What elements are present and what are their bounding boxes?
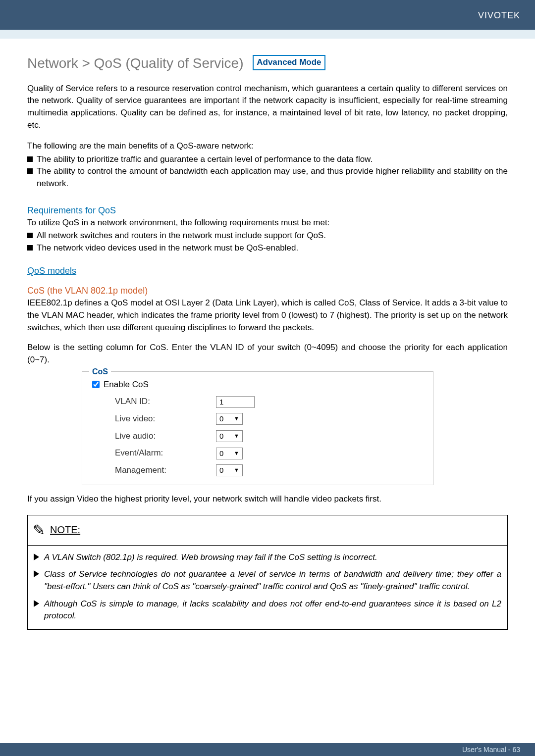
bullet-icon	[27, 168, 33, 174]
bullet-icon	[27, 233, 33, 238]
cos-heading: CoS (the VLAN 802.1p model)	[27, 284, 508, 297]
live-video-value: 0	[219, 413, 223, 424]
cos-paragraph-1: IEEE802.1p defines a QoS model at OSI La…	[27, 297, 508, 334]
enable-cos-checkbox[interactable]	[92, 381, 100, 388]
chevron-down-icon: ▼	[234, 466, 239, 474]
footer-text: User's Manual - 63	[462, 746, 520, 754]
pencil-icon: ✎	[33, 519, 45, 541]
intro-paragraph: Quality of Service refers to a resource …	[27, 83, 508, 132]
requirements-lead: To utilize QoS in a network environment,…	[27, 217, 508, 229]
triangle-bullet-icon	[34, 554, 39, 560]
page-footer: User's Manual - 63	[0, 743, 535, 756]
management-value: 0	[219, 465, 223, 476]
qos-models-heading: QoS models	[27, 264, 76, 277]
post-panel-paragraph: If you assign Video the highest priority…	[27, 493, 508, 505]
chevron-down-icon: ▼	[234, 415, 239, 423]
event-alarm-label: Event/Alarm:	[92, 447, 216, 459]
live-audio-select[interactable]: 0 ▼	[216, 430, 243, 442]
event-alarm-select[interactable]: 0 ▼	[216, 448, 243, 459]
header-subband	[0, 30, 535, 39]
benefit-item: The ability to prioritize traffic and gu…	[37, 153, 508, 166]
cos-settings-panel: CoS Enable CoS VLAN ID: Live video: 0 ▼ …	[82, 371, 433, 485]
page-title: Network > QoS (Quality of Service)	[27, 53, 243, 74]
benefit-item: The ability to control the amount of ban…	[37, 165, 508, 190]
chevron-down-icon: ▼	[234, 450, 239, 457]
note-header: ✎ NOTE:	[28, 515, 507, 546]
live-audio-label: Live audio:	[92, 430, 216, 443]
bullet-icon	[27, 245, 33, 251]
note-item: A VLAN Switch (802.1p) is required. Web …	[44, 552, 377, 564]
benefits-lead: The following are the main benefits of a…	[27, 140, 508, 152]
enable-cos-label: Enable CoS	[104, 379, 149, 391]
management-label: Management:	[92, 464, 216, 477]
requirement-item: All network switches and routers in the …	[37, 230, 508, 242]
cos-panel-legend: CoS	[89, 366, 111, 377]
requirements-heading: Requirements for QoS	[27, 204, 508, 217]
bullet-icon	[27, 156, 33, 162]
note-box: ✎ NOTE: A VLAN Switch (802.1p) is requir…	[27, 515, 508, 630]
main-content: Network > QoS (Quality of Service) Advan…	[0, 39, 535, 630]
note-item: Class of Service technologies do not gua…	[44, 568, 501, 593]
requirements-list: All network switches and routers in the …	[27, 230, 508, 254]
note-item: Although CoS is simple to manage, it lac…	[44, 598, 501, 622]
brand-label: VIVOTEK	[478, 9, 520, 22]
cos-paragraph-2: Below is the setting column for CoS. Ent…	[27, 342, 508, 366]
note-title: NOTE:	[50, 523, 80, 537]
vlan-id-input[interactable]	[216, 396, 255, 408]
live-video-label: Live video:	[92, 413, 216, 425]
benefits-list: The ability to prioritize traffic and gu…	[27, 153, 508, 190]
event-alarm-value: 0	[219, 448, 223, 459]
live-video-select[interactable]: 0 ▼	[216, 413, 243, 425]
page-header: VIVOTEK	[0, 0, 535, 30]
vlan-id-label: VLAN ID:	[92, 396, 216, 408]
chevron-down-icon: ▼	[234, 432, 239, 440]
live-audio-value: 0	[219, 431, 223, 442]
triangle-bullet-icon	[34, 570, 39, 577]
note-body: A VLAN Switch (802.1p) is required. Web …	[28, 546, 507, 629]
management-select[interactable]: 0 ▼	[216, 464, 243, 476]
requirement-item: The network video devices used in the ne…	[37, 242, 508, 254]
advanced-mode-badge: Advanced Mode	[253, 55, 325, 70]
triangle-bullet-icon	[34, 600, 39, 607]
